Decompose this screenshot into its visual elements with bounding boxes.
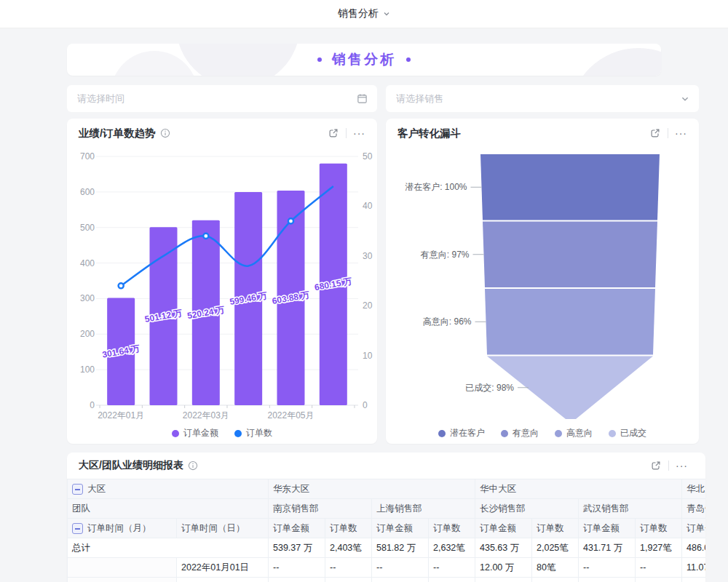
- legend-item[interactable]: 已成交: [609, 427, 646, 439]
- table-header-cell: 上海销售部: [372, 499, 475, 519]
- trend-line-point[interactable]: [288, 218, 293, 223]
- funnel-card-header: 客户转化漏斗 ···: [386, 119, 699, 148]
- decor-dot-icon: [406, 57, 411, 62]
- table-row: 团队南京销售部上海销售部长沙销售部武汉销售部青岛销售部: [68, 499, 706, 519]
- table-cell: 486.06 万: [682, 538, 706, 558]
- funnel-stage-label: 已成交: 98%: [465, 383, 514, 393]
- table-cell: --: [325, 578, 372, 582]
- trend-card-header: 业绩/订单数趋势 ···: [67, 119, 377, 148]
- collapse-minus-icon[interactable]: [72, 523, 83, 534]
- right-axis-tick: 40: [363, 201, 373, 211]
- table-header-cell: 订单金额: [269, 519, 325, 538]
- divider: [346, 128, 347, 138]
- table-cell: 23.05 万: [475, 578, 532, 582]
- table-cell: 总计: [68, 538, 269, 558]
- report-table: 大区华东大区华中大区华北大区团队南京销售部上海销售部长沙销售部武汉销售部青岛销售…: [67, 479, 705, 582]
- table-cell: --: [269, 578, 325, 582]
- trend-line-point[interactable]: [119, 283, 124, 288]
- table-header-cell: 订单数: [636, 519, 682, 538]
- collapse-minus-icon[interactable]: [72, 484, 83, 495]
- report-table-card: 大区/团队业绩明细报表 ··· 大区华东大区华中大区华北大区团队南京销售部上海销…: [67, 453, 705, 582]
- table-header-cell: 订单时间（日）: [177, 519, 269, 538]
- more-icon[interactable]: ···: [676, 462, 688, 469]
- trend-chart-title: 业绩/订单数趋势: [79, 127, 156, 140]
- topbar: 销售分析: [0, 0, 728, 28]
- table-header-cell: 订单数: [325, 519, 372, 538]
- funnel-chart-plot: 潜在客户: 100%有意向: 97%高意向: 96%已成交: 98%: [386, 148, 699, 426]
- chevron-down-icon[interactable]: [383, 10, 390, 17]
- left-axis-tick: 700: [80, 151, 95, 162]
- time-filter: [67, 85, 377, 112]
- legend-item[interactable]: 订单金额: [172, 427, 218, 439]
- table-header-cell: 南京销售部: [269, 499, 372, 519]
- info-icon[interactable]: [160, 128, 170, 138]
- table-cell: 1,927笔: [636, 538, 682, 558]
- table-cell: 435.63 万: [475, 538, 532, 558]
- table-header-cell: 华中大区: [475, 479, 682, 499]
- table-header-cell: 武汉销售部: [579, 499, 682, 519]
- table-header-cell: 订单金额: [372, 519, 429, 538]
- export-icon[interactable]: [650, 460, 662, 471]
- table-cell: 581.82 万: [372, 538, 429, 558]
- table-cell: --: [636, 578, 682, 582]
- right-axis-tick: 50: [363, 151, 373, 162]
- calendar-icon[interactable]: [357, 93, 368, 104]
- chevron-down-icon[interactable]: [681, 95, 689, 103]
- table-row: 2022年01月02日--------23.05 万90笔------: [68, 578, 706, 582]
- table-header-cell: 订单数: [429, 519, 475, 538]
- report-table-title: 大区/团队业绩明细报表: [79, 459, 183, 472]
- legend-item[interactable]: 潜在客户: [438, 427, 485, 439]
- funnel-chart-card: 客户转化漏斗 ··· 潜在客户: 100%有意向: 97%高意向: 96%已成交…: [386, 119, 699, 444]
- legend-item[interactable]: 订单数: [234, 427, 272, 439]
- table-header-cell: 订单数: [532, 519, 579, 538]
- left-axis-tick: 100: [80, 364, 95, 375]
- table-header-cell: 订单金额: [475, 519, 532, 538]
- table-header-cell: 大区: [68, 479, 269, 499]
- table-cell: 80笔: [532, 558, 579, 578]
- sales-filter-input[interactable]: [386, 93, 681, 104]
- export-icon[interactable]: [328, 127, 339, 139]
- trend-chart-card: 业绩/订单数趋势 ··· 010020030040050060070001020…: [67, 119, 377, 444]
- table-cell: 2022年01月01日: [177, 558, 269, 578]
- legend-label: 订单金额: [183, 427, 218, 439]
- trend-chart-legend: 订单金额订单数: [67, 427, 377, 439]
- right-axis-tick: 30: [363, 251, 373, 261]
- table-cell: 11.07 万: [682, 558, 706, 578]
- page-title[interactable]: 销售分析: [338, 7, 379, 20]
- right-axis-tick: 20: [363, 300, 373, 311]
- time-filter-input[interactable]: [67, 93, 357, 104]
- more-icon[interactable]: ···: [675, 129, 687, 137]
- left-axis-tick: 500: [80, 223, 95, 233]
- table-row: 总计539.37 万2,403笔581.82 万2,632笔435.63 万2,…: [68, 538, 706, 558]
- divider: [668, 461, 669, 471]
- sales-filter: [386, 85, 699, 112]
- legend-item[interactable]: 有意向: [501, 427, 539, 439]
- info-icon[interactable]: [188, 461, 198, 471]
- funnel-segment[interactable]: [480, 154, 660, 220]
- banner-decor-blob: [176, 44, 300, 76]
- trend-chart-plot: 010020030040050060070001020304050301.64 …: [67, 148, 377, 426]
- legend-label: 已成交: [620, 427, 646, 439]
- funnel-stage-label: 潜在客户: 100%: [405, 182, 467, 192]
- more-icon[interactable]: ···: [353, 129, 365, 137]
- export-icon[interactable]: [649, 127, 661, 139]
- legend-item[interactable]: 高意向: [555, 427, 593, 439]
- funnel-segment[interactable]: [483, 222, 657, 288]
- funnel-segment[interactable]: [485, 289, 655, 355]
- table-header-cell: 长沙销售部: [475, 499, 579, 519]
- table-header-cell: 订单时间（月）: [68, 519, 177, 538]
- trend-line-point[interactable]: [203, 234, 208, 239]
- table-cell: --: [372, 558, 429, 578]
- table-cell: [68, 578, 177, 582]
- table-cell: --: [269, 558, 325, 578]
- table-cell: --: [579, 558, 636, 578]
- left-axis-tick: 0: [90, 400, 95, 410]
- table-cell: --: [682, 578, 706, 582]
- divider: [668, 128, 668, 138]
- x-axis-label: 2022年05月: [267, 410, 314, 420]
- funnel-stage-label: 高意向: 96%: [423, 316, 472, 327]
- funnel-stage-label: 有意向: 97%: [420, 250, 470, 260]
- table-row: 2022年01月01日--------12.00 万80笔----11.07 万: [68, 558, 706, 578]
- left-axis-tick: 400: [80, 258, 95, 268]
- left-axis-tick: 200: [80, 329, 95, 339]
